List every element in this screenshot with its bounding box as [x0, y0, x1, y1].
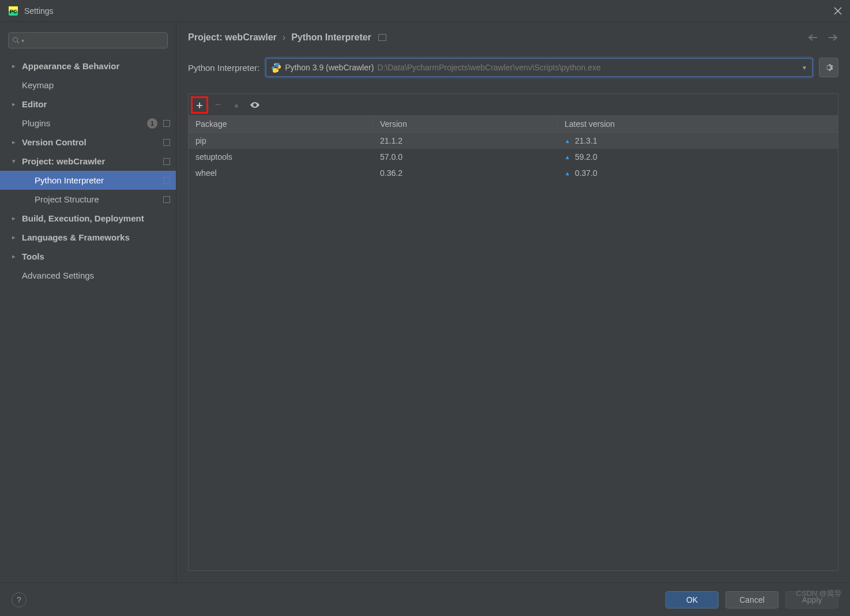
- scope-icon: [163, 196, 170, 203]
- triangle-up-icon: ▲: [233, 101, 240, 109]
- svg-point-5: [274, 64, 276, 65]
- svg-line-4: [17, 42, 20, 44]
- chevron-icon: ▸: [10, 234, 17, 241]
- chevron-icon: ▾: [10, 157, 17, 165]
- sidebar-item-label: Python Interpreter: [35, 175, 161, 185]
- sidebar-item-keymap[interactable]: Keymap: [0, 76, 176, 95]
- scope-icon: [163, 120, 170, 127]
- svg-text:PC: PC: [10, 9, 17, 14]
- sidebar-item-label: Languages & Frameworks: [22, 232, 170, 242]
- chevron-icon: ▸: [10, 62, 17, 70]
- table-row[interactable]: pip21.1.2▲21.3.1: [189, 133, 838, 149]
- eye-icon: [250, 102, 260, 108]
- package-version: 0.36.2: [373, 168, 558, 178]
- title-bar: PC Settings: [0, 0, 850, 22]
- sidebar-item-python-interpreter[interactable]: Python Interpreter: [0, 171, 176, 190]
- interpreter-name: Python 3.9 (webCrawler): [285, 63, 374, 72]
- package-name: setuptools: [189, 152, 373, 161]
- search-icon: [12, 36, 20, 44]
- sidebar-item-build-execution-deployment[interactable]: ▸Build, Execution, Deployment: [0, 209, 176, 228]
- scope-icon: [378, 34, 386, 41]
- sidebar-item-label: Appearance & Behavior: [22, 61, 170, 71]
- sidebar-item-label: Tools: [22, 251, 170, 261]
- sidebar-item-editor[interactable]: ▸Editor: [0, 95, 176, 114]
- svg-point-3: [13, 37, 18, 42]
- breadcrumb-project[interactable]: Project: webCrawler: [188, 32, 277, 43]
- show-early-releases-button[interactable]: [246, 96, 264, 114]
- minus-icon: −: [215, 99, 221, 111]
- packages-panel: ＋ − ▲ Package Version Latest version pip…: [188, 93, 838, 571]
- gear-icon: [824, 63, 833, 72]
- package-name: pip: [189, 136, 373, 145]
- column-package[interactable]: Package: [189, 116, 373, 132]
- sidebar-item-tools[interactable]: ▸Tools: [0, 247, 176, 266]
- remove-package-button[interactable]: −: [209, 96, 227, 114]
- breadcrumb-page: Python Interpreter: [291, 32, 371, 43]
- packages-table-header: Package Version Latest version: [189, 115, 838, 133]
- table-row[interactable]: wheel0.36.2▲0.37.0: [189, 165, 838, 181]
- column-latest[interactable]: Latest version: [558, 116, 838, 132]
- upgrade-package-button[interactable]: ▲: [228, 96, 245, 114]
- chevron-down-icon: ▼: [802, 65, 807, 71]
- help-button[interactable]: ?: [12, 592, 27, 607]
- interpreter-settings-button[interactable]: [819, 58, 838, 77]
- interpreter-path: D:\Data\PycharmProjects\webCrawler\venv\…: [377, 63, 802, 72]
- ok-button[interactable]: OK: [665, 591, 719, 609]
- sidebar-item-label: Build, Execution, Deployment: [22, 213, 170, 223]
- add-package-button[interactable]: ＋: [191, 96, 208, 114]
- sidebar-item-languages-frameworks[interactable]: ▸Languages & Frameworks: [0, 228, 176, 247]
- cancel-button[interactable]: Cancel: [725, 591, 778, 609]
- sidebar-item-version-control[interactable]: ▸Version Control: [0, 133, 176, 152]
- sidebar-item-label: Plugins: [22, 118, 147, 128]
- chevron-icon: ▸: [10, 100, 17, 108]
- nav-forward-icon[interactable]: [828, 33, 838, 42]
- package-latest: ▲59.2.0: [558, 152, 838, 161]
- search-input[interactable]: ▾: [8, 32, 168, 48]
- apply-button[interactable]: Apply: [785, 591, 838, 609]
- pycharm-icon: PC: [8, 6, 18, 16]
- question-icon: ?: [17, 595, 21, 604]
- sidebar-item-plugins[interactable]: Plugins1: [0, 114, 176, 133]
- close-button[interactable]: [834, 7, 842, 15]
- sidebar-item-label: Keymap: [22, 80, 170, 90]
- upgrade-available-icon: ▲: [565, 138, 570, 144]
- scope-icon: [163, 158, 170, 165]
- badge: 1: [147, 118, 157, 129]
- chevron-right-icon: ›: [283, 32, 285, 43]
- upgrade-available-icon: ▲: [565, 170, 570, 176]
- plus-icon: ＋: [194, 98, 205, 112]
- package-latest: ▲0.37.0: [558, 168, 838, 178]
- dialog-footer: ? OK Cancel Apply: [0, 583, 850, 616]
- package-name: wheel: [189, 168, 373, 178]
- window-title: Settings: [24, 6, 834, 16]
- sidebar-item-project-structure[interactable]: Project Structure: [0, 190, 176, 209]
- scope-icon: [163, 139, 170, 146]
- column-version[interactable]: Version: [373, 116, 558, 132]
- sidebar-item-label: Editor: [22, 99, 170, 109]
- sidebar-item-appearance-behavior[interactable]: ▸Appearance & Behavior: [0, 57, 176, 76]
- chevron-icon: ▸: [10, 215, 17, 222]
- nav-back-icon[interactable]: [807, 33, 818, 42]
- breadcrumb: Project: webCrawler › Python Interpreter: [188, 32, 838, 43]
- package-latest: ▲21.3.1: [558, 136, 838, 145]
- scope-icon: [163, 177, 170, 184]
- sidebar-item-project-webcrawler[interactable]: ▾Project: webCrawler: [0, 152, 176, 171]
- table-row[interactable]: setuptools57.0.0▲59.2.0: [189, 149, 838, 165]
- chevron-icon: ▸: [10, 253, 17, 260]
- chevron-icon: ▸: [10, 138, 17, 146]
- interpreter-label: Python Interpreter:: [188, 63, 259, 73]
- package-version: 57.0.0: [373, 152, 558, 161]
- interpreter-dropdown[interactable]: Python 3.9 (webCrawler) D:\Data\PycharmP…: [265, 58, 813, 77]
- sidebar-item-label: Advanced Settings: [22, 271, 170, 280]
- sidebar-item-advanced-settings[interactable]: Advanced Settings: [0, 266, 176, 285]
- sidebar-item-label: Version Control: [22, 137, 161, 147]
- sidebar-item-label: Project: webCrawler: [22, 156, 161, 166]
- upgrade-available-icon: ▲: [565, 154, 570, 160]
- settings-sidebar: ▾ ▸Appearance & BehaviorKeymap▸EditorPlu…: [0, 22, 176, 583]
- sidebar-item-label: Project Structure: [35, 194, 161, 204]
- svg-point-6: [277, 70, 279, 72]
- package-version: 21.1.2: [373, 136, 558, 145]
- python-icon: [271, 62, 281, 73]
